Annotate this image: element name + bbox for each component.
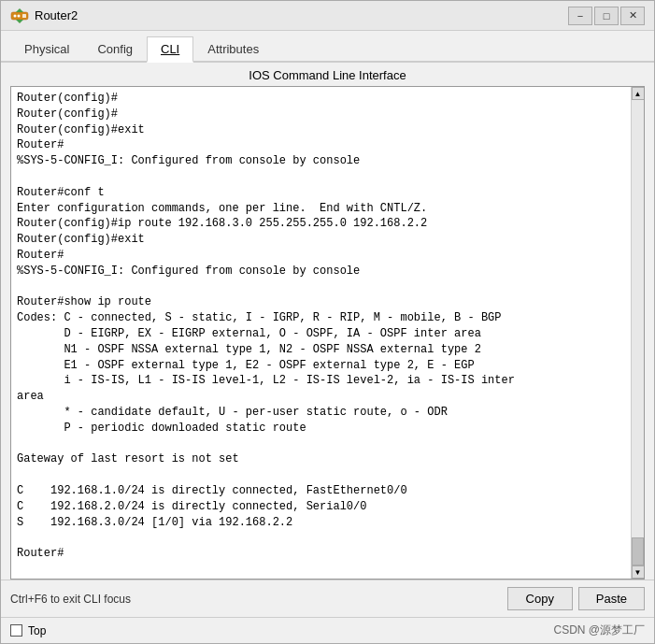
scroll-thumb[interactable] [632, 537, 644, 565]
title-bar: Router2 − □ ✕ [1, 1, 654, 31]
footer-left: Top [10, 624, 46, 637]
title-bar-left: Router2 [10, 7, 78, 25]
window-title: Router2 [35, 8, 78, 22]
tab-cli[interactable]: CLI [147, 36, 193, 63]
title-controls: − □ ✕ [568, 7, 645, 25]
tab-attributes[interactable]: Attributes [193, 36, 273, 63]
top-checkbox[interactable] [10, 624, 22, 637]
tab-bar: Physical Config CLI Attributes [1, 31, 654, 63]
scroll-down-arrow[interactable]: ▼ [632, 565, 645, 579]
bottom-buttons: Copy Paste [507, 587, 645, 610]
maximize-button[interactable]: □ [594, 7, 619, 25]
svg-point-1 [14, 14, 17, 17]
minimize-button[interactable]: − [568, 7, 592, 25]
cli-hint: Ctrl+F6 to exit CLI focus [10, 593, 131, 606]
section-title: IOS Command Line Interface [1, 63, 654, 86]
close-button[interactable]: ✕ [620, 7, 645, 25]
tab-physical[interactable]: Physical [10, 36, 83, 63]
footer-bar: Top CSDN @源梦工厂 [1, 617, 654, 643]
scroll-up-arrow[interactable]: ▲ [632, 87, 645, 100]
svg-point-2 [18, 14, 21, 17]
svg-marker-4 [16, 8, 23, 12]
watermark: CSDN @源梦工厂 [553, 623, 645, 638]
svg-rect-3 [22, 14, 26, 18]
scrollbar[interactable]: ▲ ▼ [631, 87, 644, 579]
bottom-bar: Ctrl+F6 to exit CLI focus Copy Paste [1, 580, 654, 617]
tab-config[interactable]: Config [83, 36, 147, 63]
paste-button[interactable]: Paste [578, 587, 645, 610]
cli-output[interactable]: Router(config)# Router(config)# Router(c… [11, 87, 631, 579]
cli-area: Router(config)# Router(config)# Router(c… [10, 86, 645, 580]
top-label: Top [28, 624, 46, 637]
svg-marker-5 [16, 20, 23, 23]
copy-button[interactable]: Copy [507, 587, 573, 610]
router-icon [10, 7, 29, 25]
main-window: Router2 − □ ✕ Physical Config CLI Attrib… [0, 0, 655, 644]
scroll-track[interactable] [632, 100, 644, 565]
